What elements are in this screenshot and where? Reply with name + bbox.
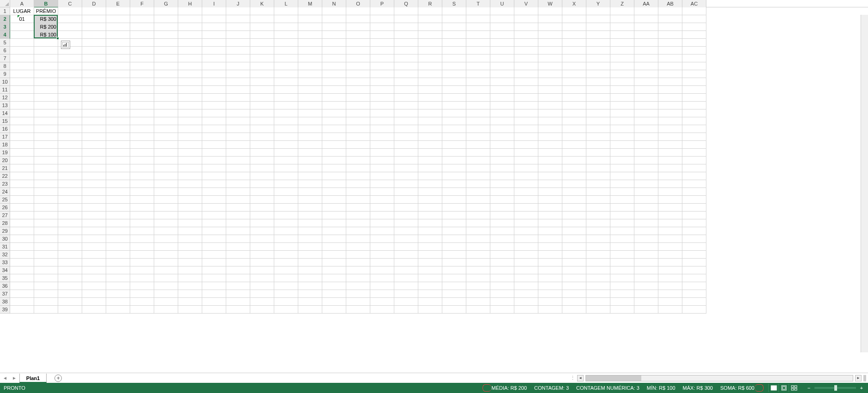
cell-A15[interactable] [10, 117, 34, 125]
cell-O31[interactable] [346, 243, 370, 251]
cell-Y12[interactable] [586, 94, 610, 102]
cell-V2[interactable] [514, 15, 538, 23]
cell-E28[interactable] [106, 219, 130, 227]
cell-AA8[interactable] [634, 62, 658, 70]
cell-W1[interactable] [538, 7, 562, 15]
cell-Q23[interactable] [394, 180, 418, 188]
col-header-Z[interactable]: Z [610, 0, 634, 7]
cell-W24[interactable] [538, 188, 562, 196]
cell-X26[interactable] [562, 204, 586, 212]
cell-O16[interactable] [346, 125, 370, 133]
cell-Y10[interactable] [586, 78, 610, 86]
cell-M18[interactable] [298, 141, 322, 149]
cell-M27[interactable] [298, 212, 322, 219]
cell-W10[interactable] [538, 78, 562, 86]
hscroll-right[interactable]: ► [855, 375, 862, 381]
cell-B21[interactable] [34, 164, 58, 172]
cell-G29[interactable] [154, 227, 178, 235]
cell-G18[interactable] [154, 141, 178, 149]
cell-L24[interactable] [274, 188, 298, 196]
col-header-P[interactable]: P [370, 0, 394, 7]
cell-G24[interactable] [154, 188, 178, 196]
cell-Z20[interactable] [610, 157, 634, 164]
cell-M31[interactable] [298, 243, 322, 251]
cell-B23[interactable] [34, 180, 58, 188]
cell-AB35[interactable] [658, 274, 682, 282]
row-header-28[interactable]: 28 [0, 219, 10, 227]
cell-U39[interactable] [490, 306, 514, 314]
cell-A16[interactable] [10, 125, 34, 133]
col-header-N[interactable]: N [322, 0, 346, 7]
cell-I1[interactable] [202, 7, 226, 15]
cell-S7[interactable] [442, 54, 466, 62]
cell-Y8[interactable] [586, 62, 610, 70]
cell-B39[interactable] [34, 306, 58, 314]
cell-H29[interactable] [178, 227, 202, 235]
cell-L7[interactable] [274, 54, 298, 62]
cell-B25[interactable] [34, 196, 58, 204]
cell-AC18[interactable] [682, 141, 706, 149]
cell-P27[interactable] [370, 212, 394, 219]
cell-G6[interactable] [154, 47, 178, 54]
cell-H11[interactable] [178, 86, 202, 94]
row-header-14[interactable]: 14 [0, 109, 10, 117]
cell-G35[interactable] [154, 274, 178, 282]
cell-Q31[interactable] [394, 243, 418, 251]
cell-W11[interactable] [538, 86, 562, 94]
cell-F27[interactable] [130, 212, 154, 219]
cell-Y9[interactable] [586, 70, 610, 78]
col-header-AC[interactable]: AC [682, 0, 706, 7]
cell-M15[interactable] [298, 117, 322, 125]
cell-F23[interactable] [130, 180, 154, 188]
cell-D38[interactable] [82, 298, 106, 306]
cell-T4[interactable] [466, 31, 490, 39]
cell-F12[interactable] [130, 94, 154, 102]
cell-M36[interactable] [298, 282, 322, 290]
cell-D39[interactable] [82, 306, 106, 314]
cell-U10[interactable] [490, 78, 514, 86]
cell-J21[interactable] [226, 164, 250, 172]
cell-Z23[interactable] [610, 180, 634, 188]
cell-G32[interactable] [154, 251, 178, 259]
cell-K28[interactable] [250, 219, 274, 227]
cell-H21[interactable] [178, 164, 202, 172]
cell-G5[interactable] [154, 39, 178, 47]
cell-E13[interactable] [106, 102, 130, 109]
cell-B19[interactable] [34, 149, 58, 157]
cell-D29[interactable] [82, 227, 106, 235]
row-header-6[interactable]: 6 [0, 47, 10, 54]
cell-C11[interactable] [58, 86, 82, 94]
cell-G37[interactable] [154, 290, 178, 298]
row-header-33[interactable]: 33 [0, 259, 10, 266]
cell-B9[interactable] [34, 70, 58, 78]
cell-I14[interactable] [202, 109, 226, 117]
cell-O4[interactable] [346, 31, 370, 39]
cell-F25[interactable] [130, 196, 154, 204]
cell-Z29[interactable] [610, 227, 634, 235]
cell-G15[interactable] [154, 117, 178, 125]
cell-R31[interactable] [418, 243, 442, 251]
cell-C7[interactable] [58, 54, 82, 62]
cell-C29[interactable] [58, 227, 82, 235]
cell-R36[interactable] [418, 282, 442, 290]
cell-U27[interactable] [490, 212, 514, 219]
cell-C35[interactable] [58, 274, 82, 282]
cell-AB26[interactable] [658, 204, 682, 212]
cell-J15[interactable] [226, 117, 250, 125]
cell-Y20[interactable] [586, 157, 610, 164]
cell-F20[interactable] [130, 157, 154, 164]
cell-X18[interactable] [562, 141, 586, 149]
cell-W17[interactable] [538, 133, 562, 141]
cell-I37[interactable] [202, 290, 226, 298]
hscroll-left[interactable]: ◄ [577, 375, 584, 381]
cell-AA7[interactable] [634, 54, 658, 62]
cell-V22[interactable] [514, 172, 538, 180]
cell-M2[interactable] [298, 15, 322, 23]
cell-N18[interactable] [322, 141, 346, 149]
cell-Y4[interactable] [586, 31, 610, 39]
cell-D21[interactable] [82, 164, 106, 172]
col-header-V[interactable]: V [514, 0, 538, 7]
cell-I26[interactable] [202, 204, 226, 212]
cell-Z19[interactable] [610, 149, 634, 157]
cell-D30[interactable] [82, 235, 106, 243]
